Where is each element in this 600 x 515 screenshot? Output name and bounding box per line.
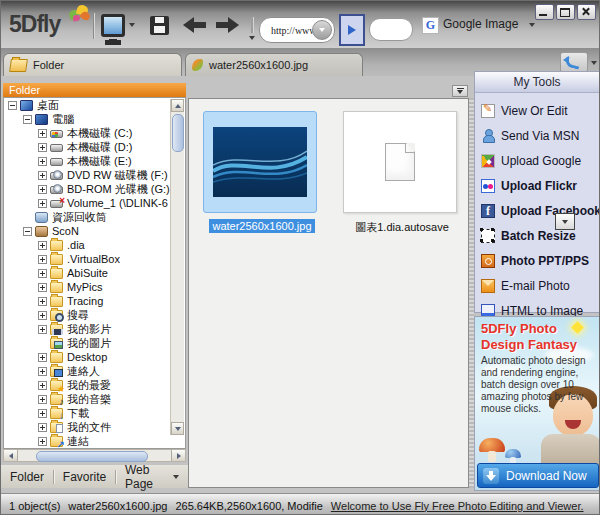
expand-plus-icon[interactable]	[38, 241, 47, 250]
minimize-button[interactable]	[535, 4, 554, 20]
expand-plus-icon[interactable]	[38, 367, 47, 376]
expand-plus-icon[interactable]	[38, 129, 47, 138]
tool-item-upload-flickr[interactable]: Upload Flickr	[475, 173, 599, 198]
tree-vertical-scrollbar[interactable]	[170, 99, 184, 435]
tree-item[interactable]: 資源回收筒	[4, 210, 172, 224]
file-list-panel: water2560x1600.jpg圖表1.dia.autosave	[188, 98, 469, 488]
expand-plus-icon[interactable]	[38, 311, 47, 320]
tab-list-dropdown-icon[interactable]	[591, 61, 597, 65]
forward-button[interactable]	[215, 17, 239, 33]
tool-item-upload-google[interactable]: Upload Google	[475, 148, 599, 173]
google-dropdown-arrow-icon[interactable]	[529, 23, 535, 27]
url-history-dropdown-button[interactable]	[312, 20, 332, 40]
scrollbar-thumb[interactable]	[172, 114, 184, 152]
tree-item-label: 電腦	[52, 112, 74, 126]
google-image-label[interactable]: Google Image	[443, 17, 518, 31]
tree-item[interactable]: 我的圖片	[4, 336, 172, 350]
tree-item-label: 我的圖片	[67, 336, 111, 350]
tool-item-view-or-edit[interactable]: View Or Edit	[475, 98, 599, 123]
expand-plus-icon[interactable]	[38, 297, 47, 306]
tree-item[interactable]: MyPics	[4, 280, 172, 294]
tree-item[interactable]: .VirtualBox	[4, 252, 172, 266]
tool-item-html-to-image[interactable]: HTML to Image	[475, 298, 599, 316]
tree-item[interactable]: 桌面	[4, 98, 172, 112]
expand-plus-icon[interactable]	[38, 171, 47, 180]
tool-item-batch-resize[interactable]: Batch Resize	[475, 223, 599, 248]
tab-water-image[interactable]: water2560x1600.jpg	[185, 53, 363, 76]
tree-item[interactable]: 連結	[4, 434, 172, 448]
expand-plus-icon[interactable]	[38, 199, 47, 208]
documents-icon	[50, 422, 63, 433]
switch-view-arrow-button[interactable]	[560, 52, 588, 73]
view-mode-button[interactable]	[101, 11, 135, 39]
expand-plus-icon[interactable]	[38, 437, 47, 446]
tree-item[interactable]: 我的最愛	[4, 378, 172, 392]
maximize-button[interactable]	[556, 4, 575, 20]
tree-item[interactable]: .dia	[4, 238, 172, 252]
bottom-tab-favorite[interactable]: Favorite	[54, 465, 115, 488]
back-button[interactable]	[183, 17, 207, 33]
expand-plus-icon[interactable]	[38, 283, 47, 292]
expand-plus-icon[interactable]	[38, 185, 47, 194]
file-thumbnail[interactable]: water2560x1600.jpg	[203, 111, 321, 235]
expand-plus-icon[interactable]	[38, 143, 47, 152]
expand-plus-icon[interactable]	[38, 423, 47, 432]
expand-plus-icon[interactable]	[38, 325, 47, 334]
welcome-link[interactable]: Welcome to Use Fly Free Photo Editing an…	[331, 500, 584, 512]
toolbar-overflow-chevron[interactable]	[248, 17, 256, 41]
expand-plus-icon[interactable]	[38, 269, 47, 278]
close-button[interactable]	[577, 4, 596, 20]
tree-item[interactable]: 下載	[4, 406, 172, 420]
go-button[interactable]	[339, 14, 365, 46]
tree-item[interactable]: AbiSuite	[4, 266, 172, 280]
tree-item[interactable]: 我的文件	[4, 420, 172, 434]
scroll-right-button[interactable]	[171, 450, 185, 461]
user-icon	[35, 226, 48, 237]
tree-item[interactable]: 本機磁碟 (C:)	[4, 126, 172, 140]
tree-item[interactable]: 本機磁碟 (E:)	[4, 154, 172, 168]
expand-plus-icon[interactable]	[38, 381, 47, 390]
tools-overflow-dropdown-button[interactable]	[555, 213, 575, 230]
tree-item[interactable]: 連絡人	[4, 364, 172, 378]
expand-plus-icon[interactable]	[38, 409, 47, 418]
panel-collapse-chevron-button[interactable]	[452, 85, 468, 97]
tree-item[interactable]: 搜尋	[4, 308, 172, 322]
tool-item-e-mail-photo[interactable]: E-mail Photo	[475, 273, 599, 298]
download-now-button[interactable]: Download Now	[477, 463, 599, 488]
scrollbar-thumb[interactable]	[36, 451, 148, 462]
expand-plus-icon[interactable]	[38, 353, 47, 362]
scroll-down-button[interactable]	[171, 422, 184, 435]
expand-plus-icon[interactable]	[38, 255, 47, 264]
tree-item[interactable]: 本機磁碟 (D:)	[4, 140, 172, 154]
tree-item[interactable]: 我的音樂	[4, 392, 172, 406]
tree-item[interactable]: Tracing	[4, 294, 172, 308]
image-thumbnail-frame	[203, 111, 317, 213]
expand-plus-icon[interactable]	[38, 395, 47, 404]
save-button[interactable]	[147, 13, 171, 37]
disk-icon	[50, 144, 63, 152]
tool-item-upload-facebook[interactable]: Upload Facebook	[475, 198, 599, 223]
collapse-minus-icon[interactable]	[23, 115, 32, 124]
file-thumbnail[interactable]: 圖表1.dia.autosave	[343, 111, 461, 235]
collapse-minus-icon[interactable]	[8, 101, 17, 110]
computer-icon	[35, 114, 48, 125]
expand-plus-icon[interactable]	[38, 157, 47, 166]
tree-item[interactable]: 電腦	[4, 112, 172, 126]
tree-horizontal-scrollbar[interactable]	[3, 449, 186, 462]
tree-item[interactable]: 我的影片	[4, 322, 172, 336]
search-input[interactable]	[369, 18, 413, 41]
tool-item-photo-ppt-pps[interactable]: Photo PPT/PPS	[475, 248, 599, 273]
scroll-left-button[interactable]	[4, 450, 18, 461]
bottom-tab-web-page[interactable]: Web Page	[116, 465, 188, 488]
bottom-tab-folder[interactable]: Folder	[1, 465, 53, 488]
tab-folder[interactable]: Folder	[3, 53, 182, 76]
tree-item[interactable]: ScoN	[4, 224, 172, 238]
scroll-up-button[interactable]	[171, 99, 184, 112]
tree-item[interactable]: Desktop	[4, 350, 172, 364]
tree-item[interactable]: DVD RW 磁碟機 (F:)	[4, 168, 172, 182]
tool-item-send-via-msn[interactable]: Send Via MSN	[475, 123, 599, 148]
collapse-minus-icon[interactable]	[23, 227, 32, 236]
tree-item[interactable]: BD-ROM 光碟機 (G:)	[4, 182, 172, 196]
tree-item[interactable]: Volume_1 (\DLINK-6	[4, 196, 172, 210]
promo-ad-panel[interactable]: 5DFly Photo Design Fantasy Automatic pho…	[474, 316, 600, 491]
